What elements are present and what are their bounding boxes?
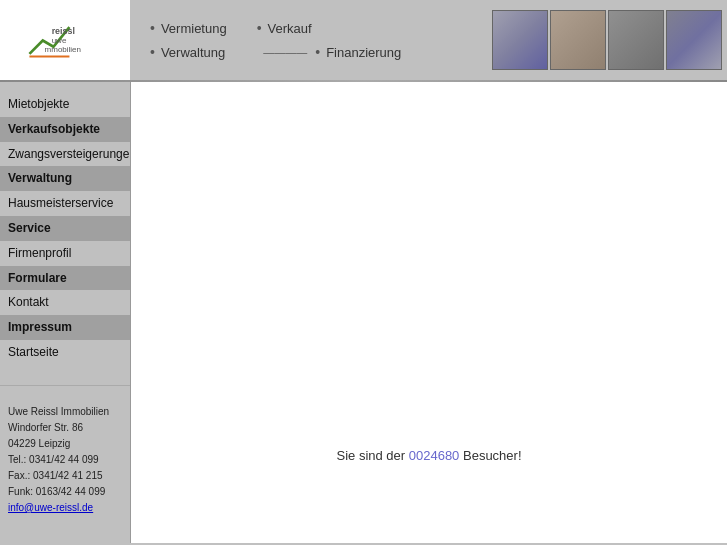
header: reissl uwe mmobilien • Vermietung • Verk… [0,0,727,80]
visitor-text: Sie sind der 0024680 Besucher! [336,448,521,463]
bullet-4: • [315,44,320,60]
sidebar-item-hausmeisterservice[interactable]: Hausmeisterservice [0,191,130,216]
company-email: info@uwe-reissl.de [8,500,122,516]
sidebar-item-service[interactable]: Service [0,216,130,241]
bullet-3: • [150,44,155,60]
sidebar-spacer [0,365,130,380]
sidebar-item-kontakt[interactable]: Kontakt [0,290,130,315]
company-fax: Fax.: 0341/42 41 215 [8,468,122,484]
sidebar-item-verkaufsobjekte[interactable]: Verkaufsobjekte [0,117,130,142]
nav-header: • Vermietung • Verkauf • Verwaltung ————… [130,0,487,80]
svg-text:mmobilien: mmobilien [45,45,81,54]
sidebar-item-startseite[interactable]: Startseite [0,340,130,365]
photo-thumb-2 [550,10,606,70]
sidebar-item-firmenprofil[interactable]: Firmenprofil [0,241,130,266]
visitor-count: 0024680 [409,448,460,463]
bullet-2: • [257,20,262,36]
dash-1: ———— [263,46,307,58]
page-wrapper: reissl uwe mmobilien • Vermietung • Verk… [0,0,727,545]
company-tel: Tel.: 0341/42 44 099 [8,452,122,468]
sidebar-item-formulare[interactable]: Formulare [0,266,130,291]
company-street: Windorfer Str. 86 [8,420,122,436]
company-name: Uwe Reissl Immobilien [8,404,122,420]
email-link[interactable]: info@uwe-reissl.de [8,502,93,513]
main-area: Mietobjekte Verkaufsobjekte Zwangsverste… [0,82,727,543]
sidebar-divider [0,385,130,386]
nav-row-1: • Vermietung • Verkauf [150,20,467,36]
company-city: 04229 Leipzig [8,436,122,452]
header-photos [487,0,727,80]
svg-text:uwe: uwe [52,36,67,45]
sidebar-info: Uwe Reissl Immobilien Windorfer Str. 86 … [0,396,130,524]
nav-link-verkauf[interactable]: Verkauf [268,21,312,36]
photo-thumb-4 [666,10,722,70]
sidebar: Mietobjekte Verkaufsobjekte Zwangsverste… [0,82,130,543]
nav-link-finanzierung[interactable]: Finanzierung [326,45,401,60]
nav-link-vermietung[interactable]: Vermietung [161,21,227,36]
visitor-prefix: Sie sind der [336,448,408,463]
svg-text:reissl: reissl [52,26,75,36]
sidebar-item-zwangsversteigerungen[interactable]: Zwangsversteigerungen [0,142,130,167]
nav-row-2: • Verwaltung ———— • Finanzierung [150,44,467,60]
sidebar-item-verwaltung[interactable]: Verwaltung [0,166,130,191]
photo-thumb-3 [608,10,664,70]
sidebar-item-impressum[interactable]: Impressum [0,315,130,340]
visitor-suffix: Besucher! [459,448,521,463]
bullet-1: • [150,20,155,36]
logo-svg: reissl uwe mmobilien [25,18,105,63]
content-area: Sie sind der 0024680 Besucher! [131,82,727,543]
logo-area: reissl uwe mmobilien [0,0,130,80]
sidebar-item-mietobjekte[interactable]: Mietobjekte [0,92,130,117]
company-funk: Funk: 0163/42 44 099 [8,484,122,500]
photo-thumb-1 [492,10,548,70]
nav-link-verwaltung[interactable]: Verwaltung [161,45,225,60]
